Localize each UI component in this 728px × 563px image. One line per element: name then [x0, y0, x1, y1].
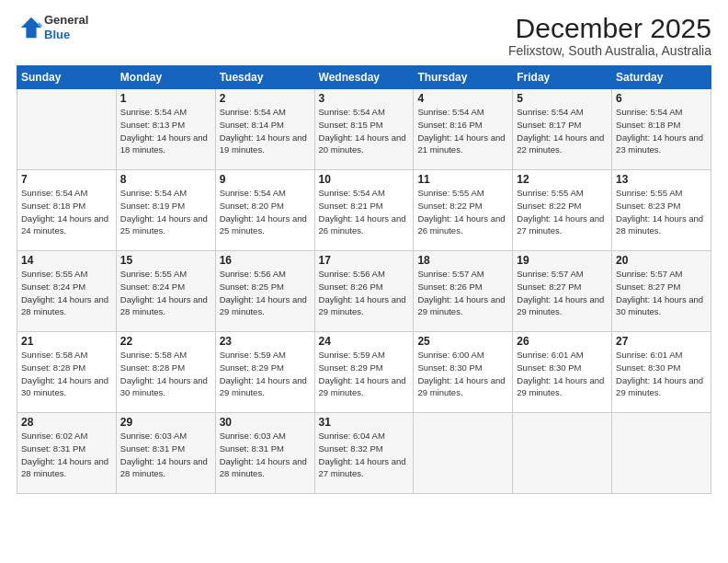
day-info: Sunrise: 5:59 AM Sunset: 8:29 PM Dayligh…: [220, 349, 311, 399]
day-info: Sunrise: 6:02 AM Sunset: 8:31 PM Dayligh…: [21, 430, 112, 480]
page: General Blue December 2025 Felixstow, So…: [0, 0, 728, 563]
table-row: 3Sunrise: 5:54 AM Sunset: 8:15 PM Daylig…: [314, 89, 414, 170]
day-number: 19: [517, 254, 608, 267]
day-number: 26: [517, 335, 608, 348]
day-number: 17: [319, 254, 410, 267]
table-row: 30Sunrise: 6:03 AM Sunset: 8:31 PM Dayli…: [215, 413, 314, 494]
day-info: Sunrise: 5:55 AM Sunset: 8:22 PM Dayligh…: [417, 187, 508, 237]
table-row: 16Sunrise: 5:56 AM Sunset: 8:25 PM Dayli…: [215, 251, 314, 332]
day-info: Sunrise: 5:57 AM Sunset: 8:27 PM Dayligh…: [616, 268, 707, 318]
table-row: [513, 413, 612, 494]
table-row: 13Sunrise: 5:55 AM Sunset: 8:23 PM Dayli…: [612, 170, 711, 251]
table-row: 7Sunrise: 5:54 AM Sunset: 8:18 PM Daylig…: [17, 170, 117, 251]
table-row: 29Sunrise: 6:03 AM Sunset: 8:31 PM Dayli…: [116, 413, 215, 494]
day-number: 5: [517, 92, 608, 105]
day-number: 1: [120, 92, 211, 105]
day-number: 11: [417, 173, 508, 186]
day-info: Sunrise: 6:03 AM Sunset: 8:31 PM Dayligh…: [120, 430, 211, 480]
day-info: Sunrise: 5:54 AM Sunset: 8:16 PM Dayligh…: [417, 106, 508, 156]
table-row: 23Sunrise: 5:59 AM Sunset: 8:29 PM Dayli…: [215, 332, 314, 413]
header: General Blue December 2025 Felixstow, So…: [17, 13, 711, 58]
day-info: Sunrise: 6:00 AM Sunset: 8:30 PM Dayligh…: [417, 349, 508, 399]
table-row: 6Sunrise: 5:54 AM Sunset: 8:18 PM Daylig…: [612, 89, 711, 170]
day-number: 14: [21, 254, 112, 267]
day-number: 27: [616, 335, 707, 348]
table-row: 12Sunrise: 5:55 AM Sunset: 8:22 PM Dayli…: [513, 170, 612, 251]
table-row: 18Sunrise: 5:57 AM Sunset: 8:26 PM Dayli…: [414, 251, 513, 332]
table-row: [414, 413, 513, 494]
day-number: 6: [616, 92, 707, 105]
day-info: Sunrise: 5:56 AM Sunset: 8:25 PM Dayligh…: [220, 268, 311, 318]
header-sunday: Sunday: [17, 66, 117, 89]
header-friday: Friday: [513, 66, 612, 89]
calendar-table: Sunday Monday Tuesday Wednesday Thursday…: [17, 65, 711, 494]
table-row: 10Sunrise: 5:54 AM Sunset: 8:21 PM Dayli…: [314, 170, 414, 251]
header-thursday: Thursday: [414, 66, 513, 89]
day-number: 18: [417, 254, 508, 267]
day-number: 31: [319, 416, 410, 429]
day-number: 7: [21, 173, 112, 186]
table-row: 21Sunrise: 5:58 AM Sunset: 8:28 PM Dayli…: [17, 332, 117, 413]
logo: General Blue: [17, 13, 88, 41]
day-info: Sunrise: 5:54 AM Sunset: 8:14 PM Dayligh…: [220, 106, 311, 156]
day-number: 29: [120, 416, 211, 429]
calendar-week-row: 14Sunrise: 5:55 AM Sunset: 8:24 PM Dayli…: [17, 251, 711, 332]
day-info: Sunrise: 5:55 AM Sunset: 8:23 PM Dayligh…: [616, 187, 707, 237]
day-info: Sunrise: 5:55 AM Sunset: 8:24 PM Dayligh…: [21, 268, 112, 318]
title-block: December 2025 Felixstow, South Australia…: [508, 13, 711, 58]
calendar-week-row: 28Sunrise: 6:02 AM Sunset: 8:31 PM Dayli…: [17, 413, 711, 494]
day-info: Sunrise: 6:01 AM Sunset: 8:30 PM Dayligh…: [517, 349, 608, 399]
table-row: 2Sunrise: 5:54 AM Sunset: 8:14 PM Daylig…: [215, 89, 314, 170]
day-info: Sunrise: 5:56 AM Sunset: 8:26 PM Dayligh…: [319, 268, 410, 318]
table-row: 4Sunrise: 5:54 AM Sunset: 8:16 PM Daylig…: [414, 89, 513, 170]
day-number: 2: [220, 92, 311, 105]
day-info: Sunrise: 5:58 AM Sunset: 8:28 PM Dayligh…: [21, 349, 112, 399]
table-row: [17, 89, 117, 170]
table-row: 17Sunrise: 5:56 AM Sunset: 8:26 PM Dayli…: [314, 251, 414, 332]
day-info: Sunrise: 5:54 AM Sunset: 8:19 PM Dayligh…: [120, 187, 211, 237]
day-number: 8: [120, 173, 211, 186]
day-number: 28: [21, 416, 112, 429]
day-number: 22: [120, 335, 211, 348]
day-number: 23: [220, 335, 311, 348]
day-info: Sunrise: 5:57 AM Sunset: 8:27 PM Dayligh…: [517, 268, 608, 318]
logo-icon: [18, 15, 44, 40]
day-number: 20: [616, 254, 707, 267]
calendar-week-row: 21Sunrise: 5:58 AM Sunset: 8:28 PM Dayli…: [17, 332, 711, 413]
day-number: 9: [220, 173, 311, 186]
table-row: 15Sunrise: 5:55 AM Sunset: 8:24 PM Dayli…: [116, 251, 215, 332]
day-number: 12: [517, 173, 608, 186]
table-row: 25Sunrise: 6:00 AM Sunset: 8:30 PM Dayli…: [414, 332, 513, 413]
table-row: 26Sunrise: 6:01 AM Sunset: 8:30 PM Dayli…: [513, 332, 612, 413]
day-info: Sunrise: 5:54 AM Sunset: 8:17 PM Dayligh…: [517, 106, 608, 156]
day-info: Sunrise: 5:57 AM Sunset: 8:26 PM Dayligh…: [417, 268, 508, 318]
day-number: 16: [220, 254, 311, 267]
day-info: Sunrise: 5:55 AM Sunset: 8:22 PM Dayligh…: [517, 187, 608, 237]
day-info: Sunrise: 5:54 AM Sunset: 8:18 PM Dayligh…: [616, 106, 707, 156]
calendar-subtitle: Felixstow, South Australia, Australia: [508, 43, 711, 58]
table-row: 9Sunrise: 5:54 AM Sunset: 8:20 PM Daylig…: [215, 170, 314, 251]
day-info: Sunrise: 5:54 AM Sunset: 8:15 PM Dayligh…: [319, 106, 410, 156]
day-number: 24: [319, 335, 410, 348]
day-number: 4: [417, 92, 508, 105]
table-row: 27Sunrise: 6:01 AM Sunset: 8:30 PM Dayli…: [612, 332, 711, 413]
table-row: 22Sunrise: 5:58 AM Sunset: 8:28 PM Dayli…: [116, 332, 215, 413]
day-info: Sunrise: 5:54 AM Sunset: 8:18 PM Dayligh…: [21, 187, 112, 237]
day-number: 15: [120, 254, 211, 267]
day-number: 3: [319, 92, 410, 105]
day-info: Sunrise: 6:04 AM Sunset: 8:32 PM Dayligh…: [319, 430, 410, 480]
table-row: 28Sunrise: 6:02 AM Sunset: 8:31 PM Dayli…: [17, 413, 117, 494]
day-number: 25: [417, 335, 508, 348]
table-row: [612, 413, 711, 494]
table-row: 8Sunrise: 5:54 AM Sunset: 8:19 PM Daylig…: [116, 170, 215, 251]
calendar-week-row: 1Sunrise: 5:54 AM Sunset: 8:13 PM Daylig…: [17, 89, 711, 170]
table-row: 19Sunrise: 5:57 AM Sunset: 8:27 PM Dayli…: [513, 251, 612, 332]
table-row: 31Sunrise: 6:04 AM Sunset: 8:32 PM Dayli…: [314, 413, 414, 494]
table-row: 1Sunrise: 5:54 AM Sunset: 8:13 PM Daylig…: [116, 89, 215, 170]
table-row: 5Sunrise: 5:54 AM Sunset: 8:17 PM Daylig…: [513, 89, 612, 170]
table-row: 20Sunrise: 5:57 AM Sunset: 8:27 PM Dayli…: [612, 251, 711, 332]
day-info: Sunrise: 5:59 AM Sunset: 8:29 PM Dayligh…: [319, 349, 410, 399]
header-monday: Monday: [116, 66, 215, 89]
logo-text: General Blue: [44, 13, 88, 41]
calendar-title: December 2025: [508, 13, 711, 43]
